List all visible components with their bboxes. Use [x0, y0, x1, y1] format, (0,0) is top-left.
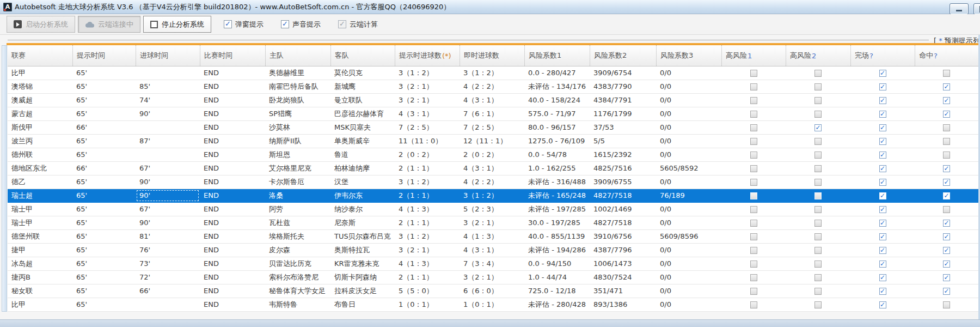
checkbox-hit[interactable] [943, 97, 950, 104]
checkbox-hit[interactable] [943, 220, 950, 227]
checkbox-hit[interactable] [943, 111, 950, 118]
table-row[interactable]: 瑞士超65'90'END洛桑伊韦尔东2（1：1）3（1：2）未评估 - 165/… [8, 189, 978, 203]
table-row[interactable]: 德堡州联65'81'END埃格斯托夫TUS贝尔森布吕克3（1：2）4（1：3）4… [8, 230, 978, 244]
popup-alert-checkbox[interactable]: 弹窗提示 [224, 20, 264, 29]
checkbox-finished[interactable] [879, 111, 886, 118]
column-header-3[interactable]: 比赛时间 [200, 45, 265, 66]
checkbox-finished[interactable] [879, 165, 886, 172]
table-row[interactable]: 捷丙B65'72'END索科尔布洛赞尼切斯卡阿森纳2（1：1）3（2：1）1.0… [8, 271, 978, 284]
checkbox-high-risk1[interactable] [750, 274, 757, 281]
checkbox-hit[interactable] [943, 192, 950, 199]
checkbox-hit[interactable] [943, 301, 950, 308]
checkbox-high-risk1[interactable] [750, 247, 757, 254]
table-row[interactable]: 秘女联65'66'END秘鲁体育大学女足拉科皮沃女足5（5：0）6（6：0）72… [8, 284, 978, 298]
checkbox-high-risk2[interactable] [814, 247, 822, 254]
checkbox-finished[interactable] [879, 138, 886, 145]
checkbox-high-risk2[interactable] [814, 220, 822, 227]
checkbox-finished[interactable] [879, 83, 886, 90]
start-analysis-button[interactable]: 启动分析系统 [7, 16, 75, 33]
checkbox-high-risk2[interactable] [814, 192, 822, 199]
checkbox-high-risk2[interactable] [814, 111, 822, 118]
checkbox-high-risk1[interactable] [750, 97, 757, 104]
checkbox-high-risk2[interactable] [814, 288, 822, 295]
checkbox-high-risk1[interactable] [750, 138, 757, 145]
checkbox-finished[interactable] [879, 179, 886, 186]
checkbox-finished[interactable] [879, 124, 886, 131]
checkbox-finished[interactable] [879, 247, 886, 254]
checkbox-high-risk2[interactable] [814, 97, 822, 104]
checkbox-high-risk2[interactable] [814, 233, 822, 240]
checkbox-finished[interactable] [879, 206, 886, 213]
table-row[interactable]: 瑞士甲65'90'END瓦杜兹尼奈斯2（1：1）3（2：1）30.0 - 197… [8, 216, 978, 230]
checkbox-hit[interactable] [943, 206, 950, 213]
checkbox-high-risk2[interactable] [814, 301, 822, 308]
checkbox-high-risk1[interactable] [750, 220, 757, 227]
checkbox-high-risk2[interactable] [814, 138, 822, 145]
checkbox-hit[interactable] [943, 70, 950, 77]
column-header-9[interactable]: 风险系数2 [590, 45, 656, 66]
sound-alert-checkbox[interactable]: 声音提示 [281, 20, 321, 29]
checkbox-high-risk1[interactable] [750, 179, 757, 186]
left-splitter[interactable] [2, 45, 7, 312]
table-row[interactable]: 比甲65'END韦斯特鲁布鲁日1（0：1）1（0：1）未评估 - 280/428… [8, 298, 978, 312]
column-header-11[interactable]: 高风险1 [721, 45, 786, 66]
checkbox-high-risk1[interactable] [750, 152, 757, 159]
checkbox-high-risk1[interactable] [750, 83, 757, 90]
table-row[interactable]: 德州联65'END斯坦恩鲁道2（0：2）2（0：2）0.0 - 54/78161… [8, 148, 978, 162]
table-row[interactable]: 蒙古超65'90'ENDSP猎鹰巴彦祖尔赫体育4（3：1）7（6：1）575.0… [8, 107, 978, 121]
checkbox-hit[interactable] [943, 179, 950, 186]
checkbox-hit[interactable] [943, 138, 950, 145]
checkbox-hit[interactable] [943, 165, 950, 172]
checkbox-hit[interactable] [943, 233, 950, 240]
table-row[interactable]: 冰岛超65'73'END贝雷达比历克KR雷克雅未克4（1：3）7（3：4）0.0… [8, 257, 978, 271]
checkbox-high-risk2[interactable] [814, 152, 822, 159]
table-row[interactable]: 澳塔锦65'85'END南霍巴特后备队新城鹰3（2：1）4（2：2）未评估 - … [8, 80, 978, 94]
table-row[interactable]: 比甲65'END奥德赫维里莫伦贝克3（1：2）3（1：2）0.0 - 280/4… [8, 66, 978, 80]
checkbox-finished[interactable] [879, 261, 886, 268]
checkbox-finished[interactable] [879, 192, 886, 199]
checkbox-hit[interactable] [943, 83, 950, 90]
table-row[interactable]: 澳威超65'74'END卧龙岗狼队曼立联队3（2：1）4（3：1）40.0 - … [8, 94, 978, 107]
maximize-button[interactable] [973, 3, 980, 15]
table-row[interactable]: 捷甲65'76'END皮尔森奥斯特拉瓦3（2：1）4（3：1）未评估 - 194… [8, 244, 978, 257]
checkbox-hit[interactable] [943, 274, 950, 281]
checkbox-high-risk1[interactable] [750, 206, 757, 213]
checkbox-high-risk1[interactable] [750, 70, 757, 77]
checkbox-hit[interactable] [943, 247, 950, 254]
checkbox-finished[interactable] [879, 274, 886, 281]
column-header-12[interactable]: 高风险2 [786, 45, 850, 66]
table-row[interactable]: 德地区东北66'67'END艾尔格里尼克柏林迪纳摩2（1：1）4（3：1）1.0… [8, 162, 978, 175]
checkbox-high-risk1[interactable] [750, 124, 757, 131]
column-header-4[interactable]: 主队 [265, 45, 330, 66]
checkbox-finished[interactable] [879, 97, 886, 104]
table-row[interactable]: 斯伐甲66'END沙莫林MSK贝塞夫7（2：5）7（2：5）80.0 - 96/… [8, 121, 978, 135]
column-header-7[interactable]: 即时进球数 [460, 45, 524, 66]
column-header-10[interactable]: 风险系数3 [656, 45, 721, 66]
column-header-8[interactable]: 风险系数1 [524, 45, 590, 66]
checkbox-high-risk1[interactable] [750, 165, 757, 172]
column-header-0[interactable]: 联赛 [8, 45, 72, 66]
checkbox-high-risk1[interactable] [750, 192, 757, 199]
cloud-compute-checkbox[interactable]: 云端计算 [338, 20, 378, 29]
table-row[interactable]: 德乙65'90'END卡尔斯鲁厄汉堡3（1：2）4（2：2）未评估 - 316/… [8, 175, 978, 189]
checkbox-high-risk1[interactable] [750, 301, 757, 308]
checkbox-high-risk2[interactable] [814, 274, 822, 281]
checkbox-hit[interactable] [943, 152, 950, 159]
checkbox-finished[interactable] [879, 301, 886, 308]
column-header-13[interactable]: 完场? [850, 45, 915, 66]
table-row[interactable]: 瑞士甲65'67'END阿劳纳沙泰尔4（1：3）5（2：3）未评估 - 197/… [8, 203, 978, 216]
checkbox-finished[interactable] [879, 220, 886, 227]
checkbox-hit[interactable] [943, 261, 950, 268]
column-header-1[interactable]: 提示时间 [72, 45, 136, 66]
checkbox-high-risk1[interactable] [750, 261, 757, 268]
checkbox-high-risk2[interactable] [814, 261, 822, 268]
checkbox-high-risk2[interactable] [814, 206, 822, 213]
checkbox-finished[interactable] [879, 152, 886, 159]
checkbox-high-risk2[interactable] [814, 70, 822, 77]
checkbox-high-risk2[interactable] [814, 124, 822, 131]
column-header-6[interactable]: 提示时进球数(*) [395, 45, 460, 66]
checkbox-high-risk2[interactable] [814, 165, 822, 172]
checkbox-high-risk2[interactable] [814, 179, 822, 186]
cloud-connecting-button[interactable]: 云端连接中 [78, 16, 140, 33]
column-header-2[interactable]: 进球时间 [136, 45, 200, 66]
